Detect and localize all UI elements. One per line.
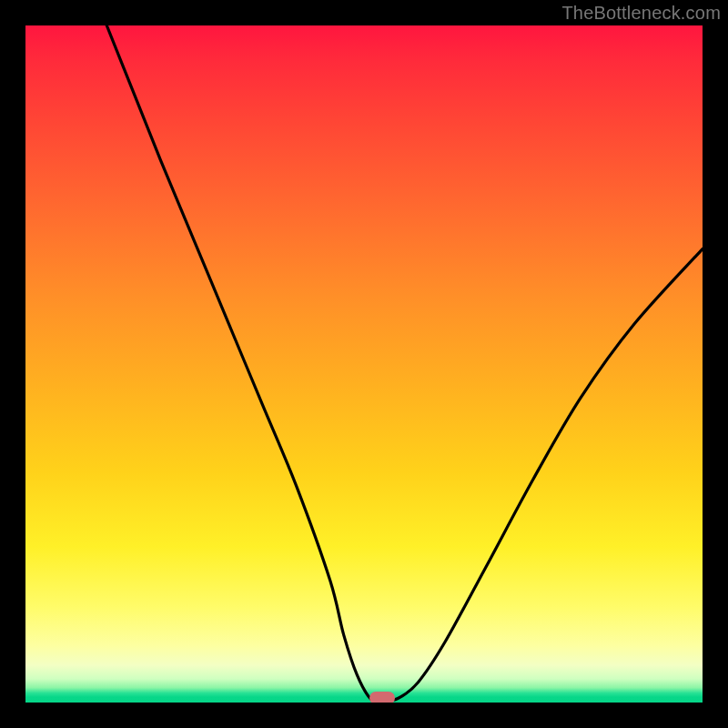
chart-frame: TheBottleneck.com: [0, 0, 728, 728]
bottleneck-curve: [106, 25, 703, 702]
optimal-marker: [369, 692, 395, 703]
plot-area: [25, 25, 703, 703]
watermark-text: TheBottleneck.com: [561, 3, 721, 24]
curve-svg: [25, 25, 703, 703]
